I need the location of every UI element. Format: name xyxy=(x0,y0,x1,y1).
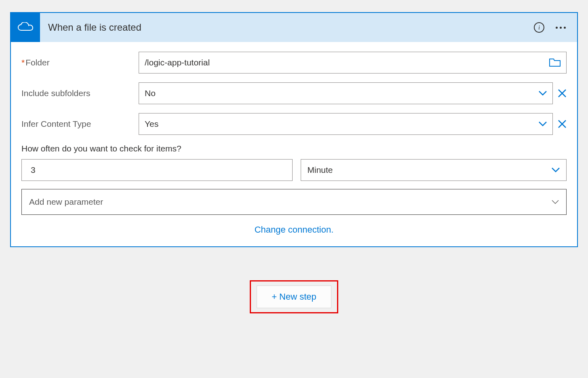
new-step-container: + New step xyxy=(10,280,578,313)
card-title: When a file is created xyxy=(40,22,534,33)
add-parameter-dropdown[interactable]: Add new parameter xyxy=(21,189,567,215)
infer-content-type-row: Infer Content Type Yes xyxy=(21,113,567,135)
info-icon[interactable]: i xyxy=(534,22,544,33)
remove-param-icon[interactable] xyxy=(558,120,567,128)
folder-row: *Folder /logic-app-tutorial xyxy=(21,52,567,74)
include-subfolders-row: Include subfolders No xyxy=(21,82,567,104)
infer-content-type-label: Infer Content Type xyxy=(21,119,139,129)
card-header[interactable]: When a file is created i xyxy=(11,13,577,42)
add-parameter-label: Add new parameter xyxy=(29,197,103,207)
chevron-down-icon xyxy=(552,168,560,172)
chevron-down-icon xyxy=(552,200,559,204)
new-step-highlight: + New step xyxy=(250,280,338,313)
remove-param-icon[interactable] xyxy=(558,89,567,98)
infer-content-type-dropdown[interactable]: Yes xyxy=(139,113,553,135)
trigger-card: When a file is created i *Folder /logic-… xyxy=(10,12,578,247)
new-step-button[interactable]: + New step xyxy=(257,286,331,308)
folder-input[interactable]: /logic-app-tutorial xyxy=(139,52,567,74)
chevron-down-icon xyxy=(539,91,547,96)
include-subfolders-label: Include subfolders xyxy=(21,88,139,98)
interval-row: Minute xyxy=(21,159,567,181)
folder-label: *Folder xyxy=(21,58,139,67)
folder-picker-icon[interactable] xyxy=(549,58,561,67)
change-connection-link[interactable]: Change connection. xyxy=(255,225,334,235)
folder-value: /logic-app-tutorial xyxy=(145,58,210,67)
interval-input[interactable] xyxy=(21,159,293,181)
change-connection-container: Change connection. xyxy=(21,225,567,235)
card-body: *Folder /logic-app-tutorial Include subf… xyxy=(11,42,577,246)
required-asterisk: * xyxy=(21,58,25,67)
interval-unit-value: Minute xyxy=(308,165,333,175)
chevron-down-icon xyxy=(539,122,547,126)
interval-unit-dropdown[interactable]: Minute xyxy=(301,159,567,181)
include-subfolders-dropdown[interactable]: No xyxy=(139,82,553,104)
onedrive-icon xyxy=(11,13,40,42)
include-subfolders-value: No xyxy=(145,88,156,98)
more-menu-icon[interactable] xyxy=(554,25,567,30)
card-header-actions: i xyxy=(534,22,577,33)
how-often-label: How often do you want to check for items… xyxy=(21,144,567,153)
infer-content-type-value: Yes xyxy=(145,119,158,129)
